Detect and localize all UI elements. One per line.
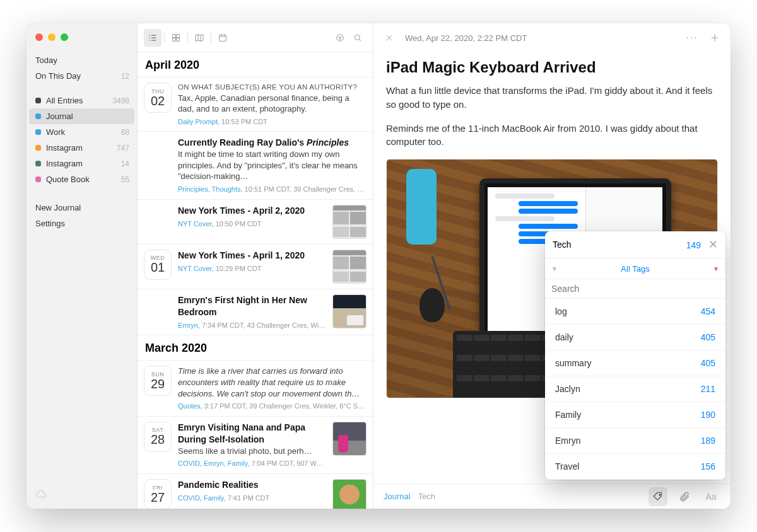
next-tab-arrow-icon[interactable]: ▼ xyxy=(707,265,725,272)
journal-count: 747 xyxy=(117,144,129,153)
entry-row[interactable]: THU02ON WHAT SUBJECT(S) ARE YOU AN AUTHO… xyxy=(138,78,373,132)
entry-detail-pane: Wed, Apr 22, 2020, 2:22 PM CDT ··· iPad … xyxy=(373,23,731,509)
new-journal-button[interactable]: New Journal xyxy=(26,200,137,216)
minimize-window-button[interactable] xyxy=(48,33,56,41)
tag-row[interactable]: Travel156 xyxy=(545,454,725,480)
entry-row[interactable]: WED01New York Times - April 1, 2020NYT C… xyxy=(138,245,373,289)
entry-day-number: 28 xyxy=(151,433,165,446)
view-grid-button[interactable] xyxy=(167,29,185,47)
tag-row[interactable]: Emryn189 xyxy=(545,428,725,454)
entry-row[interactable]: Currently Reading Ray Dalio's Principles… xyxy=(138,132,373,199)
settings-button[interactable]: Settings xyxy=(26,216,137,231)
month-header: March 2020 xyxy=(138,335,373,361)
entry-date: Wed, Apr 22, 2020, 2:22 PM CDT xyxy=(405,33,527,43)
entry-title: Emryn's First Night in Her New Bedroom xyxy=(178,294,326,318)
entry-title: Emryn Visiting Nana and Papa During Self… xyxy=(178,422,326,446)
journal-name: Instagram xyxy=(46,143,83,153)
selected-tag-count: 149 xyxy=(686,240,701,250)
sidebar-today-label: Today xyxy=(35,55,57,65)
journal-name: All Entries xyxy=(46,96,83,105)
svg-rect-2 xyxy=(173,38,176,41)
sidebar-journal-item[interactable]: All Entries3498 xyxy=(26,93,137,108)
popover-tabs: ▼ All Tags ▼ xyxy=(545,258,725,279)
view-calendar-button[interactable] xyxy=(214,29,232,47)
entry-day-number: 29 xyxy=(151,378,165,391)
entry-preview-text: Seems like a trivial photo, but perh… xyxy=(178,446,326,457)
tag-name: daily xyxy=(555,332,573,342)
traffic-lights xyxy=(26,28,137,52)
tag-count: 405 xyxy=(701,358,715,368)
sidebar-on-this-day[interactable]: On This Day 12 xyxy=(26,68,137,84)
journal-count: 68 xyxy=(121,128,129,137)
tag-row[interactable]: daily405 xyxy=(545,325,725,350)
entry-meta: Emryn, 7:34 PM CDT, 43 Challenger Cres, … xyxy=(178,321,326,330)
view-list-button[interactable] xyxy=(144,29,161,47)
tag-name: log xyxy=(555,306,567,316)
more-options-button[interactable]: ··· xyxy=(685,31,699,45)
tag-button[interactable] xyxy=(648,487,667,506)
entry-meta: COVID, Emryn, Family, 7:04 PM CDT, 907 W… xyxy=(178,459,326,468)
sidebar-journal-item[interactable]: Quote Book55 xyxy=(26,171,137,187)
svg-rect-0 xyxy=(173,34,176,37)
search-button[interactable] xyxy=(349,29,367,47)
journal-color-icon xyxy=(35,98,41,103)
entry-thumbnail xyxy=(332,294,367,328)
sidebar-journal-item[interactable]: Instagram14 xyxy=(26,156,137,171)
journal-color-icon xyxy=(35,161,41,166)
new-entry-button[interactable] xyxy=(708,31,722,45)
sidebar-journal-item[interactable]: Journal xyxy=(29,108,134,124)
zoom-window-button[interactable] xyxy=(61,33,68,41)
entry-date-badge: FRI27 xyxy=(144,479,172,509)
entry-preview-text: Time is like a river that carries us for… xyxy=(178,366,367,399)
journal-color-icon xyxy=(35,145,41,151)
tag-row[interactable]: Family190 xyxy=(545,402,725,428)
detail-toolbar: Wed, Apr 22, 2020, 2:22 PM CDT ··· xyxy=(373,23,731,52)
tag-search-input[interactable] xyxy=(551,284,719,294)
entry-list[interactable]: April 2020 THU02ON WHAT SUBJECT(S) ARE Y… xyxy=(138,52,373,509)
journal-name: Instagram xyxy=(46,159,83,168)
entry-date-badge: SUN29 xyxy=(144,366,172,396)
filter-button[interactable] xyxy=(331,29,349,47)
entry-row[interactable]: New York Times - April 2, 2020NYT Cover,… xyxy=(138,200,373,245)
tag-name: summary xyxy=(555,358,592,368)
entry-thumbnail xyxy=(332,479,367,509)
entry-paragraph: What a fun little device that transforms… xyxy=(386,84,718,112)
entry-day-number: 01 xyxy=(151,261,165,274)
settings-label: Settings xyxy=(35,219,65,228)
entry-row[interactable]: SAT28Emryn Visiting Nana and Papa During… xyxy=(138,417,373,474)
tag-name: Travel xyxy=(555,461,579,471)
footer-tag-label[interactable]: Tech xyxy=(418,492,435,501)
remove-tag-button[interactable]: ✕ xyxy=(708,238,718,251)
journal-count: 55 xyxy=(121,175,129,184)
tag-count: 156 xyxy=(701,461,715,471)
journal-color-icon xyxy=(35,176,41,182)
view-map-button[interactable] xyxy=(191,29,208,47)
tag-row[interactable]: Jaclyn211 xyxy=(545,376,725,402)
app-window: Today On This Day 12 All Entries3498Jour… xyxy=(26,23,731,509)
prev-tab-arrow-icon[interactable]: ▼ xyxy=(545,265,564,272)
entry-row[interactable]: FRI27Pandemic RealitiesCOVID, Family, 7:… xyxy=(138,474,373,509)
attachment-button[interactable] xyxy=(675,487,694,506)
sidebar-today[interactable]: Today xyxy=(26,52,137,68)
close-window-button[interactable] xyxy=(35,33,43,41)
sidebar-journal-item[interactable]: Work68 xyxy=(26,124,137,140)
tag-row[interactable]: summary405 xyxy=(545,350,725,376)
tag-count: 405 xyxy=(701,332,715,342)
entry-day-number: 02 xyxy=(151,95,165,108)
entry-row[interactable]: SUN29Time is like a river that carries u… xyxy=(138,361,373,416)
entry-subtitle: ON WHAT SUBJECT(S) ARE YOU AN AUTHORITY? xyxy=(178,83,367,93)
text-style-button[interactable]: Aa xyxy=(701,487,720,506)
list-toolbar xyxy=(138,23,373,52)
sidebar-journal-item[interactable]: Instagram747 xyxy=(26,140,137,156)
journal-name: Work xyxy=(46,127,65,137)
all-tags-tab[interactable]: All Tags xyxy=(564,264,707,274)
month-header: April 2020 xyxy=(138,52,373,78)
tag-row[interactable]: log454 xyxy=(545,299,725,325)
entry-meta: NYT Cover, 10:29 PM CDT xyxy=(178,264,326,274)
close-entry-button[interactable] xyxy=(382,31,396,45)
entry-row[interactable]: Emryn's First Night in Her New BedroomEm… xyxy=(138,289,373,336)
entry-date-badge: SAT28 xyxy=(144,422,172,452)
tag-count: 211 xyxy=(701,384,715,394)
entry-preview-text: Tax, Apple, Canadian personal finance, b… xyxy=(178,93,367,115)
footer-journal-link[interactable]: Journal xyxy=(384,492,411,501)
